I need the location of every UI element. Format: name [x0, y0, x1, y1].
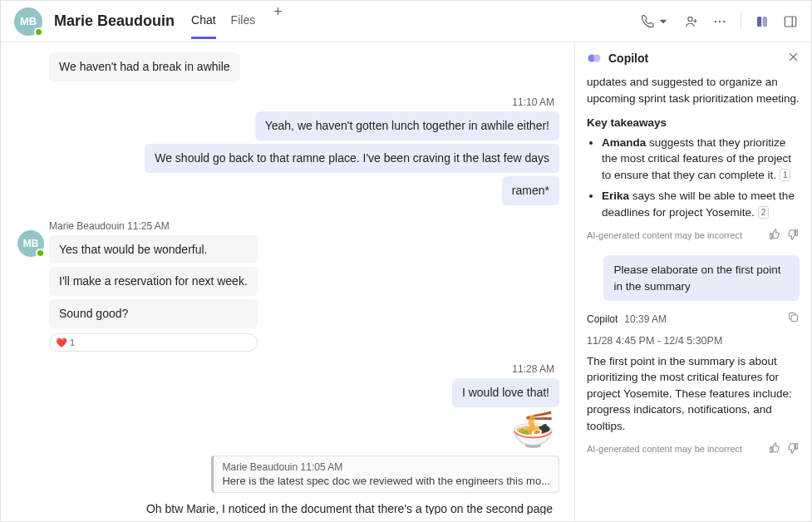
separator [741, 12, 741, 31]
svg-point-8 [593, 55, 601, 62]
sender-avatar[interactable]: MB [17, 230, 44, 257]
header-actions [641, 12, 798, 31]
thumbs-down-button[interactable] [786, 228, 800, 246]
svg-point-3 [723, 20, 725, 22]
chat-header: MB Marie Beaudouin Chat Files + [1, 1, 811, 42]
contact-avatar[interactable]: MB [14, 7, 42, 36]
tab-bar: Chat Files + [191, 3, 286, 39]
copilot-panel: Copilot updates and suggested to organiz… [574, 42, 811, 521]
copilot-title: Copilot [608, 52, 780, 65]
copilot-toggle-button[interactable] [755, 14, 770, 29]
add-tab-button[interactable]: + [270, 3, 286, 39]
message-timestamp: 11:28 AM [512, 363, 559, 375]
tab-chat[interactable]: Chat [191, 3, 216, 39]
message-meta: Marie Beaudouin 11:25 AM [49, 220, 258, 232]
reference-badge[interactable]: 1 [780, 169, 791, 181]
message-group-outgoing: 11:10 AM Yeah, we haven't gotten lunch t… [12, 88, 559, 209]
summary-intro: updates and suggested to organize an upc… [587, 74, 800, 106]
close-button[interactable] [787, 51, 800, 66]
message-bubble[interactable]: ramen* [502, 176, 559, 205]
message-bubble[interactable]: Yeah, we haven't gotten lunch together i… [255, 111, 559, 140]
copilot-user-prompt[interactable]: Please elaborate on the first point in t… [603, 255, 800, 301]
message-group-incoming: MB Marie Beaudouin 11:25 AM Yes that wou… [12, 212, 559, 352]
takeaway-item: Amanda suggests that they prioritize the… [602, 135, 800, 184]
response-time: 10:39 AM [624, 313, 667, 327]
takeaway-item: Erika says she will be able to meet the … [602, 188, 800, 220]
message-bubble[interactable]: Sound good? [49, 299, 258, 328]
message-bubble[interactable]: Oh btw Marie, I noticed in the document … [140, 498, 559, 515]
reference-badge[interactable]: 2 [758, 206, 770, 219]
message-bubble[interactable]: We haven't had a break in awhile [49, 52, 240, 81]
ai-disclaimer: AI-generated content may be incorrect [587, 229, 763, 243]
contact-name: Marie Beaudouin [54, 12, 175, 30]
copy-button[interactable] [787, 311, 800, 327]
message-group-outgoing: 11:28 AM I would love that! 🍜 [12, 355, 559, 452]
copilot-summary-card: updates and suggested to organize an upc… [587, 74, 800, 245]
quoted-meta: Marie Beaudouin 11:05 AM [222, 461, 550, 473]
copilot-response-card: Copilot 10:39 AM 11/28 4:45 PM - 12/4 5:… [587, 311, 800, 459]
ai-disclaimer: AI-generated content may be incorrect [587, 443, 763, 456]
message-group-incoming: We haven't had a break in awhile [12, 52, 559, 85]
time-range: 11/28 4:45 PM - 12/4 5:30PM [587, 333, 800, 348]
message-bubble[interactable]: Yes that would be wonderful. [49, 235, 258, 264]
message-group-outgoing: Marie Beaudouin 11:05 AM Here is the lat… [12, 456, 559, 515]
copilot-logo-icon [587, 51, 602, 66]
svg-point-0 [688, 17, 692, 21]
tab-files[interactable]: Files [231, 3, 256, 39]
quoted-text: Here is the latest spec doc we reviewed … [222, 475, 550, 487]
thumbs-down-button[interactable] [786, 441, 800, 460]
quoted-reply[interactable]: Marie Beaudouin 11:05 AM Here is the lat… [211, 456, 559, 493]
more-button[interactable] [712, 14, 727, 29]
thumbs-up-button[interactable] [768, 441, 781, 460]
svg-rect-5 [763, 17, 767, 27]
chat-messages-area: We haven't had a break in awhile 11:10 A… [1, 42, 574, 521]
chevron-down-icon [656, 14, 671, 29]
avatar-initials: MB [20, 15, 37, 27]
ramen-emoji-icon[interactable]: 🍜 [511, 412, 554, 447]
key-takeaways-heading: Key takeaways [587, 116, 667, 129]
thumbs-up-button[interactable] [768, 228, 781, 246]
reaction-heart[interactable]: ❤️ 1 [49, 333, 258, 352]
response-author: Copilot [587, 313, 618, 327]
message-bubble[interactable]: I would love that! [452, 378, 559, 407]
svg-point-1 [715, 20, 716, 22]
message-bubble[interactable]: I'll make a reservation for next week. [49, 267, 258, 296]
call-button[interactable] [641, 14, 671, 29]
svg-rect-6 [785, 17, 796, 27]
message-bubble[interactable]: We should go back to that ramne place. I… [145, 144, 559, 173]
svg-rect-9 [791, 315, 798, 322]
message-timestamp: 11:10 AM [512, 96, 559, 108]
presence-available-icon [34, 27, 43, 37]
svg-rect-4 [757, 17, 761, 27]
response-body: The first point in the summary is about … [587, 353, 800, 435]
heart-icon: ❤️ [56, 337, 67, 348]
open-panel-button[interactable] [783, 14, 798, 29]
svg-point-2 [719, 20, 721, 22]
presence-available-icon [36, 249, 45, 258]
people-add-button[interactable] [684, 14, 699, 29]
